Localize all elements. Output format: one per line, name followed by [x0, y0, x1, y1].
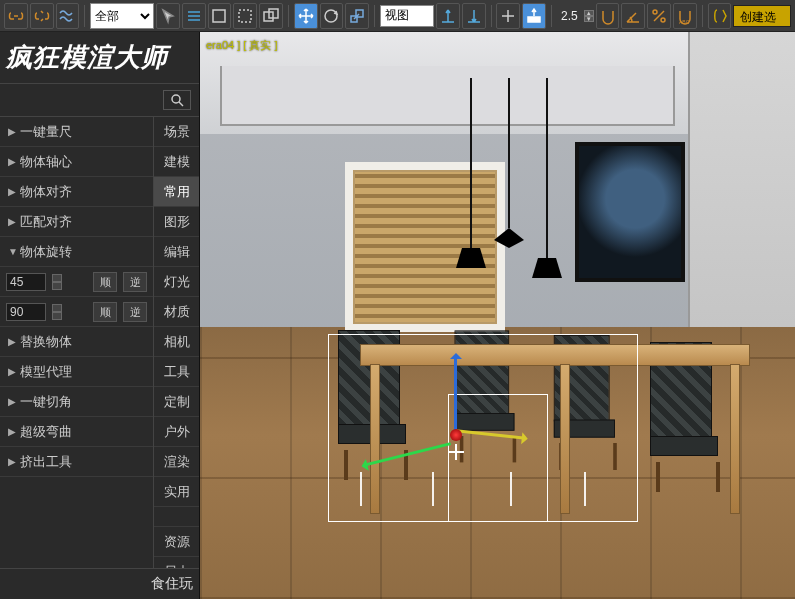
separator	[84, 5, 85, 27]
sidebar-item-match-align[interactable]: ▶匹配对齐	[0, 207, 153, 237]
tool-axis-down-icon[interactable]	[462, 3, 486, 29]
cat-tools[interactable]: 工具	[154, 357, 199, 387]
svg-rect-1	[239, 10, 251, 22]
tool-window-select-icon[interactable]	[233, 3, 257, 29]
selection-tick	[584, 472, 586, 506]
chevron-right-icon: ▶	[8, 126, 20, 137]
scene-lamp	[470, 78, 472, 248]
top-toolbar: 全部 2.5 ▲▼ ABC 创建选择	[0, 0, 795, 32]
tool-wave-icon[interactable]	[56, 3, 80, 29]
rotate-cw-button-2[interactable]: 顺	[93, 302, 117, 322]
sidebar-item-label: 匹配对齐	[20, 213, 72, 231]
sidebar-item-extrude[interactable]: ▶挤出工具	[0, 447, 153, 477]
tool-center-icon[interactable]	[496, 3, 520, 29]
sidebar-item-label: 物体轴心	[20, 153, 72, 171]
svg-rect-7	[528, 17, 540, 22]
svg-point-9	[661, 18, 665, 22]
selection-tick	[360, 472, 362, 506]
rotate-angle-input-1[interactable]	[6, 273, 46, 291]
sidebar-item-label: 一键量尺	[20, 123, 72, 141]
sidebar-item-chamfer[interactable]: ▶一键切角	[0, 387, 153, 417]
rotate-angle-input-2[interactable]	[6, 303, 46, 321]
sidebar-item-align[interactable]: ▶物体对齐	[0, 177, 153, 207]
sidebar-item-rotate[interactable]: ▼物体旋转	[0, 237, 153, 267]
separator	[702, 5, 703, 27]
viewport-3d[interactable]: era04 ] [ 真实 ]	[200, 32, 795, 599]
tool-rotate-icon[interactable]	[320, 3, 344, 29]
sidebar-item-label: 替换物体	[20, 333, 72, 351]
cat-center[interactable]: 居中	[154, 557, 199, 568]
sidebar-categories-column: 场景 建模 常用 图形 编辑 灯光 材质 相机 工具 定制 户外 渲染 实用 资…	[153, 117, 199, 568]
scene-render	[200, 32, 795, 599]
sidebar-item-proxy[interactable]: ▶模型代理	[0, 357, 153, 387]
main-area: 疯狂模渲大师 ▶一键量尺 ▶物体轴心 ▶物体对齐 ▶匹配对齐 ▼物体旋转 顺 逆	[0, 32, 795, 599]
tool-plane-icon[interactable]	[522, 3, 546, 29]
rotate-ccw-button-1[interactable]: 逆	[123, 272, 147, 292]
left-sidebar: 疯狂模渲大师 ▶一键量尺 ▶物体轴心 ▶物体对齐 ▶匹配对齐 ▼物体旋转 顺 逆	[0, 32, 200, 599]
cat-scene[interactable]: 场景	[154, 117, 199, 147]
svg-point-8	[653, 10, 657, 14]
cat-utility[interactable]: 实用	[154, 477, 199, 507]
gizmo-origin[interactable]	[450, 429, 462, 441]
sidebar-item-pivot[interactable]: ▶物体轴心	[0, 147, 153, 177]
sidebar-item-measure[interactable]: ▶一键量尺	[0, 117, 153, 147]
selection-tick	[510, 472, 512, 506]
tool-scale-icon[interactable]	[345, 3, 369, 29]
sidebar-footer: 食住玩	[0, 568, 199, 599]
cat-common[interactable]: 常用	[154, 177, 199, 207]
chevron-right-icon: ▶	[8, 336, 20, 347]
chevron-down-icon: ▼	[8, 246, 20, 257]
scene-lamp	[546, 78, 548, 258]
cat-model[interactable]: 建模	[154, 147, 199, 177]
app-title: 疯狂模渲大师	[0, 32, 199, 84]
tool-axis-icon[interactable]	[436, 3, 460, 29]
svg-rect-0	[213, 10, 225, 22]
rotate-ccw-button-2[interactable]: 逆	[123, 302, 147, 322]
tool-crossing-select-icon[interactable]	[259, 3, 283, 29]
cat-edit[interactable]: 编辑	[154, 237, 199, 267]
sidebar-item-bend[interactable]: ▶超级弯曲	[0, 417, 153, 447]
bracket-icon[interactable]	[708, 3, 732, 29]
tool-unlink-icon[interactable]	[30, 3, 54, 29]
cat-render[interactable]: 渲染	[154, 447, 199, 477]
chevron-right-icon: ▶	[8, 396, 20, 407]
chevron-right-icon: ▶	[8, 456, 20, 467]
filter-select[interactable]: 全部	[90, 3, 154, 29]
snap-abc-icon[interactable]: ABC	[673, 3, 697, 29]
snap-percent-icon[interactable]	[647, 3, 671, 29]
tool-select-icon[interactable]	[182, 3, 206, 29]
sidebar-item-replace[interactable]: ▶替换物体	[0, 327, 153, 357]
snap-spinner[interactable]: ▲▼	[584, 10, 594, 22]
separator	[551, 5, 552, 27]
snap-toggle-icon[interactable]	[596, 3, 620, 29]
chevron-right-icon: ▶	[8, 186, 20, 197]
tool-link-icon[interactable]	[4, 3, 28, 29]
rotate-row-1: 顺 逆	[0, 267, 153, 297]
chevron-right-icon: ▶	[8, 156, 20, 167]
rotate-spinner-2[interactable]	[52, 304, 62, 320]
gizmo-z-axis[interactable]	[454, 355, 457, 435]
sidebar-tools-column: ▶一键量尺 ▶物体轴心 ▶物体对齐 ▶匹配对齐 ▼物体旋转 顺 逆 顺	[0, 117, 153, 568]
rotate-cw-button-1[interactable]: 顺	[93, 272, 117, 292]
cat-resource[interactable]: 资源	[154, 527, 199, 557]
tool-cursor-icon[interactable]	[156, 3, 180, 29]
cat-custom[interactable]: 定制	[154, 387, 199, 417]
tool-rect-select-icon[interactable]	[208, 3, 232, 29]
search-button[interactable]	[163, 90, 191, 110]
chevron-right-icon: ▶	[8, 426, 20, 437]
sidebar-item-label: 物体对齐	[20, 183, 72, 201]
cat-shape[interactable]: 图形	[154, 207, 199, 237]
search-icon	[170, 93, 184, 107]
svg-point-11	[172, 95, 180, 103]
cat-material[interactable]: 材质	[154, 297, 199, 327]
cat-camera[interactable]: 相机	[154, 327, 199, 357]
view-select[interactable]	[380, 5, 434, 27]
snap-angle-icon[interactable]	[621, 3, 645, 29]
create-selection-button[interactable]: 创建选择	[733, 5, 791, 27]
sidebar-columns: ▶一键量尺 ▶物体轴心 ▶物体对齐 ▶匹配对齐 ▼物体旋转 顺 逆 顺	[0, 117, 199, 568]
cat-light[interactable]: 灯光	[154, 267, 199, 297]
rotate-spinner-1[interactable]	[52, 274, 62, 290]
tool-move-icon[interactable]	[294, 3, 318, 29]
cat-outdoor[interactable]: 户外	[154, 417, 199, 447]
scene-window	[345, 162, 505, 332]
